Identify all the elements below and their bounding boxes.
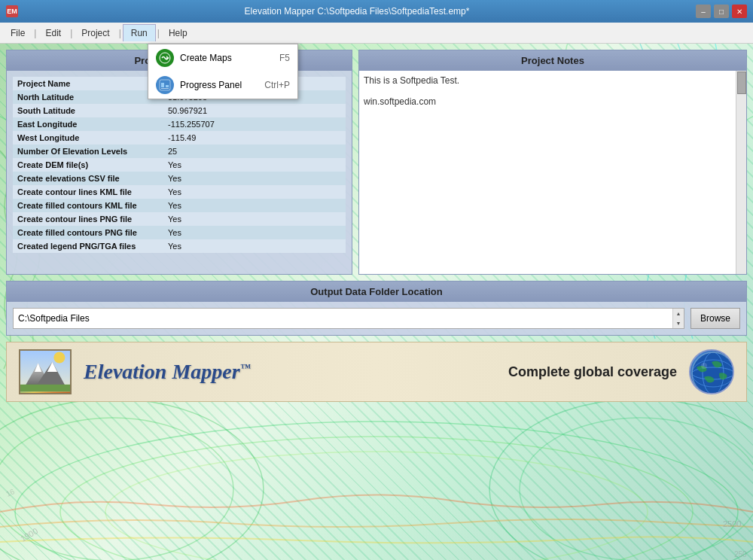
dropdown-item-progress-panel[interactable]: Progress Panel Ctrl+P [148,72,297,99]
create-maps-label: Create Maps [180,53,273,63]
field-value: -115.255707 [163,117,346,131]
banner-globe [689,349,734,394]
menu-sep-1: | [32,28,38,38]
banner-logo [19,349,72,394]
minimize-button[interactable]: – [696,5,711,18]
svg-point-21 [53,352,65,363]
field-label: East Longitude [13,117,163,131]
table-row: Create elevations CSV fileYes [13,172,346,185]
spin-up-button[interactable]: ▲ [673,309,684,318]
titlebar-title: Elevation Mapper C:\Softpedia Files\Soft… [18,6,696,17]
menu-project[interactable]: Project [74,25,117,41]
field-value: Yes [163,226,346,239]
field-value: 25 [163,145,346,158]
main-content: Project Information Project NameThreeSis… [0,44,753,408]
table-row: Created legend PNG/TGA filesYes [13,239,346,253]
menu-sep-3: | [117,28,123,38]
path-spinner: ▲ ▼ [672,309,684,328]
field-value: -115.49 [163,131,346,145]
notes-scrollbar[interactable] [736,71,746,274]
field-label: South Latitude [13,104,163,117]
maximize-button[interactable]: □ [714,5,729,18]
field-label: Create elevations CSV file [13,172,163,185]
output-folder-header: Output Data Folder Location [7,282,746,302]
table-row: West Longitude-115.49 [13,131,346,145]
field-label: Create contour lines PNG file [13,212,163,226]
table-row: South Latitude50.967921 [13,104,346,117]
project-data-table: Project NameThreeSistersMountainsNorth L… [13,77,346,253]
field-label: Created legend PNG/TGA files [13,239,163,253]
spin-down-button[interactable]: ▼ [673,318,684,328]
field-label: Create filled contours PNG file [13,226,163,239]
svg-point-1 [60,437,693,560]
banner-title-label: Elevation Mapper™ [84,360,251,383]
trademark-symbol: ™ [240,362,251,373]
create-maps-shortcut: F5 [279,53,290,63]
close-button[interactable]: ✕ [732,5,747,18]
table-row: Create DEM file(s)Yes [13,158,346,172]
menu-help[interactable]: Help [161,25,195,41]
svg-text:16: 16 [5,487,16,498]
svg-rect-19 [161,88,169,89]
menubar: File | Edit | Project | Run | Help [0,23,753,44]
dropdown-item-create-maps[interactable]: Create Maps F5 [148,44,297,72]
svg-point-32 [701,363,707,369]
table-row: Create filled contours PNG fileYes [13,226,346,239]
notes-textarea[interactable] [359,71,746,274]
menu-sep-4: | [156,28,161,38]
table-row: Create contour lines PNG fileYes [13,212,346,226]
svg-rect-26 [20,385,70,391]
footer-banner: Elevation Mapper™ Complete global covera… [6,342,747,402]
output-folder-body: ▲ ▼ Browse [7,302,746,335]
svg-point-2 [105,452,648,560]
menu-run[interactable]: Run [123,24,156,41]
svg-rect-18 [166,85,169,87]
field-value: Yes [163,185,346,199]
table-row: Create contour lines KML fileYes [13,185,346,199]
notes-textarea-wrapper [359,71,746,274]
banner-title-text: Elevation Mapper™ [84,360,251,384]
banner-tagline: Complete global coverage [508,364,677,380]
notes-body [359,71,746,274]
field-label: Create contour lines KML file [13,185,163,199]
field-label: Number Of Elevation Levels [13,145,163,158]
path-input[interactable] [14,313,672,324]
field-label: Create filled contours KML file [13,199,163,212]
run-dropdown-menu: Create Maps F5 Progress Panel Ctrl+P [148,44,298,99]
field-value: 50.967921 [163,104,346,117]
menu-edit[interactable]: Edit [38,25,69,41]
field-value: Yes [163,212,346,226]
table-row: Create filled contours KML fileYes [13,199,346,212]
elevation-mapper-text: Elevation Mapper [84,360,240,383]
field-value: Yes [163,239,346,253]
table-row: Number Of Elevation Levels25 [13,145,346,158]
table-row: East Longitude-115.255707 [13,117,346,131]
project-notes-header: Project Notes [359,50,746,71]
notes-scrollbar-thumb[interactable] [737,72,746,94]
titlebar-controls: – □ ✕ [696,5,747,18]
field-label: Project Name [13,77,163,90]
field-value: Yes [163,172,346,185]
progress-icon [156,76,174,94]
field-label: Create DEM file(s) [13,158,163,172]
top-section: Project Information Project NameThreeSis… [6,50,747,275]
browse-button[interactable]: Browse [691,308,740,329]
path-input-wrapper: ▲ ▼ [13,308,684,329]
svg-text:250: 250 [734,550,747,558]
titlebar: EM Elevation Mapper C:\Softpedia Files\S… [0,0,753,23]
field-value: Yes [163,199,346,212]
app-icon: EM [6,5,18,17]
project-notes-panel: Project Notes [358,50,747,275]
map-icon [156,49,174,67]
progress-panel-shortcut: Ctrl+P [264,80,290,90]
progress-panel-label: Progress Panel [180,80,258,90]
output-folder-panel: Output Data Folder Location ▲ ▼ Browse [6,281,747,336]
svg-rect-17 [161,83,164,87]
field-value: Yes [163,158,346,172]
menu-file[interactable]: File [3,25,32,41]
menu-sep-2: | [69,28,74,38]
field-label: West Longitude [13,131,163,145]
svg-text:2500: 2500 [723,519,741,528]
field-label: North Latitude [13,90,163,104]
